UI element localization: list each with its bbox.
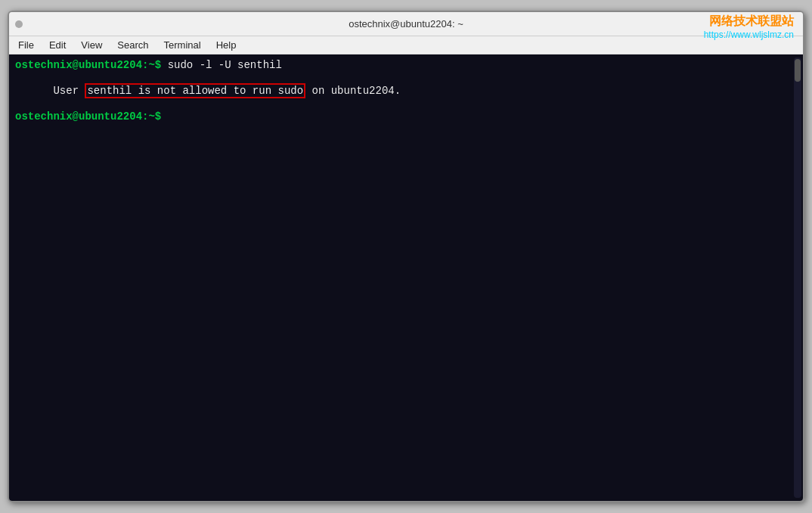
terminal-command-text: sudo -l -U senthil	[168, 59, 282, 71]
terminal-output-line: User senthil is not allowed to run sudo …	[15, 73, 797, 109]
scrollbar[interactable]	[794, 58, 801, 498]
output-suffix: on ubuntu2204.	[305, 85, 401, 97]
watermark-url: https://www.wljslmz.cn	[704, 30, 794, 42]
terminal-body[interactable]: ostechnix@ubuntu2204:~$ sudo -l -U senth…	[9, 54, 803, 501]
terminal-prompt-1: ostechnix@ubuntu2204:~$	[15, 59, 168, 71]
window-title: ostechnix@ubuntu2204: ~	[349, 18, 463, 30]
output-prefix: User	[53, 85, 85, 97]
watermark-title: 网络技术联盟站	[704, 14, 794, 30]
menu-help[interactable]: Help	[210, 38, 243, 52]
window-dot	[15, 20, 23, 28]
scrollbar-thumb[interactable]	[795, 59, 801, 82]
terminal-prompt-2: ostechnix@ubuntu2204:~$	[15, 110, 168, 123]
menu-view[interactable]: View	[75, 38, 108, 52]
menubar: File Edit View Search Terminal Help	[9, 36, 803, 54]
menu-terminal[interactable]: Terminal	[158, 38, 207, 52]
menu-file[interactable]: File	[12, 38, 40, 52]
terminal-line-command: ostechnix@ubuntu2204:~$ sudo -l -U senth…	[15, 59, 797, 71]
menu-edit[interactable]: Edit	[43, 38, 72, 52]
titlebar: ostechnix@ubuntu2204: ~ 网络技术联盟站 https://…	[9, 12, 803, 36]
output-highlighted: senthil is not allowed to run sudo	[85, 83, 305, 98]
terminal-window: ostechnix@ubuntu2204: ~ 网络技术联盟站 https://…	[8, 11, 804, 502]
terminal-line-prompt: ostechnix@ubuntu2204:~$	[15, 110, 797, 123]
watermark: 网络技术联盟站 https://www.wljslmz.cn	[704, 14, 794, 41]
menu-search[interactable]: Search	[111, 38, 154, 52]
